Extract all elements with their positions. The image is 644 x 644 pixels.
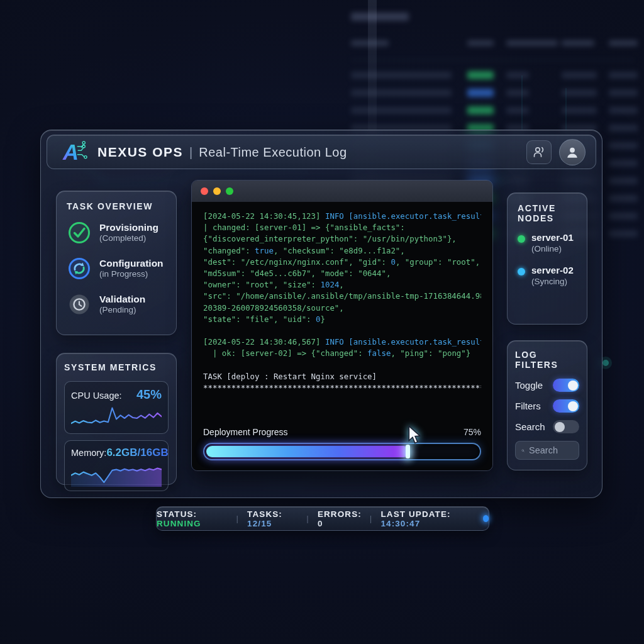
progress-percent: 75% xyxy=(464,427,481,437)
task-status: (Pending) xyxy=(99,305,145,315)
background-table-row xyxy=(340,69,640,80)
app-header: A NEXUS OPS | Real-Time Execution Log xyxy=(47,135,596,169)
log-line: 20389-260078924560358/source", xyxy=(203,303,481,314)
task-overview-title: TASK OVERVIEW xyxy=(67,201,166,211)
window-close-button[interactable] xyxy=(201,187,208,195)
page-subtitle: Real-Time Execution Log xyxy=(199,145,347,160)
svg-text:A: A xyxy=(62,140,79,164)
filter-row: Search xyxy=(515,420,579,433)
log-line: {"discovered_interpreter_python": "/usr/… xyxy=(203,233,481,245)
task-status: (in Progress) xyxy=(99,269,164,279)
system-metrics-title: SYSTEM METRICS xyxy=(64,362,169,372)
toggle-switch[interactable] xyxy=(553,379,579,392)
status-divider: | xyxy=(306,514,309,523)
search-icon xyxy=(521,446,525,455)
progress-label: Deployment Progress xyxy=(203,427,288,437)
background-table-row xyxy=(340,104,640,116)
cpu-value: 45% xyxy=(136,387,162,402)
memory-value: 6.2GB/16GB xyxy=(106,447,168,459)
team-icon xyxy=(531,145,547,160)
filter-row: Toggle xyxy=(515,379,579,392)
task-item: Validation(Pending) xyxy=(67,292,166,317)
terminal-window: [2024-05-22 14:30:45,123] INFO [ansible.… xyxy=(191,180,493,471)
log-line: "owner": "root", "size": 1024, xyxy=(203,279,481,291)
search-field-container xyxy=(515,441,579,460)
node-status-dot xyxy=(518,235,525,243)
task-name: Validation xyxy=(99,294,145,305)
log-line: | ok: [server-02] => {"changed": false, … xyxy=(203,348,481,359)
node-name: server-02 xyxy=(531,265,574,277)
node-name: server-01 xyxy=(531,232,574,244)
cpu-metric: CPU Usage: 45% xyxy=(64,381,169,434)
filter-label: Search xyxy=(515,421,545,432)
cpu-label: CPU Usage: xyxy=(71,391,122,401)
progress-bar-fill xyxy=(206,446,409,457)
main-panel: A NEXUS OPS | Real-Time Execution Log xyxy=(40,130,602,498)
mouse-cursor xyxy=(406,425,423,444)
status-segment: ERRORS: 0 xyxy=(318,509,362,528)
active-nodes-card: ACTIVE NODES server-01(Online)server-02(… xyxy=(507,192,587,325)
background-table-title xyxy=(351,13,409,21)
deployment-progress-section: Deployment Progress 75% xyxy=(203,423,481,460)
clock-icon xyxy=(67,292,92,317)
task-item: Configuration(in Progress) xyxy=(67,256,166,281)
filter-label: Toggle xyxy=(515,380,543,391)
cpu-sparkline-chart xyxy=(71,403,162,430)
page-title: NEXUS OPS | Real-Time Execution Log xyxy=(97,145,347,160)
toggle-knob xyxy=(568,380,578,391)
terminal-titlebar xyxy=(192,180,492,202)
user-avatar-button[interactable] xyxy=(559,139,586,165)
status-segment: TASKS: 12/15 xyxy=(247,509,298,528)
user-icon xyxy=(564,144,580,160)
node-item: server-01(Online) xyxy=(518,232,577,253)
log-line: "state": "file", "uid": 0} xyxy=(203,314,481,325)
team-button[interactable] xyxy=(526,140,552,164)
status-divider: | xyxy=(370,514,373,523)
window-minimize-button[interactable] xyxy=(213,187,221,195)
log-line: [2024-05-22 14:30:45,123] INFO [ansible.… xyxy=(203,211,481,222)
background-table-header xyxy=(340,37,640,48)
task-overview-card: TASK OVERVIEW Provisioning(Completed)Con… xyxy=(56,191,177,335)
log-line: | changed: [server-01] => {"ansible_fact… xyxy=(203,222,481,233)
memory-label: Memory: xyxy=(71,448,106,458)
status-segment: LAST UPDATE: 14:30:47 xyxy=(380,509,472,528)
toggle-switch[interactable] xyxy=(553,420,579,433)
execution-log: [2024-05-22 14:30:45,123] INFO [ansible.… xyxy=(203,211,481,423)
log-line: [2024-05-22 14:30:46,567] INFO [ansible.… xyxy=(203,336,481,348)
search-input[interactable] xyxy=(529,445,573,455)
filter-row: Filters xyxy=(515,399,579,413)
task-name: Provisioning xyxy=(99,222,158,233)
task-name: Configuration xyxy=(99,258,164,269)
system-metrics-card: SYSTEM METRICS CPU Usage: 45% Memory: xyxy=(56,353,177,485)
node-item: server-02(Syncing) xyxy=(518,265,577,286)
toggle-switch[interactable] xyxy=(553,399,579,413)
status-indicator-dot xyxy=(483,515,489,522)
filter-label: Filters xyxy=(515,401,541,411)
log-line xyxy=(203,360,481,371)
window-maximize-button[interactable] xyxy=(226,187,233,195)
log-line: "src": "/home/ansible/.ansible/tmp/ansib… xyxy=(203,291,481,302)
node-status: (Online) xyxy=(531,244,574,253)
node-status: (Syncing) xyxy=(531,277,574,286)
terminal-body: [2024-05-22 14:30:45,123] INFO [ansible.… xyxy=(192,202,492,470)
log-line xyxy=(203,325,481,336)
log-filters-card: LOG FILTERS ToggleFiltersSearch xyxy=(507,340,587,470)
memory-sparkline-chart xyxy=(71,460,162,487)
active-nodes-title: ACTIVE NODES xyxy=(518,203,577,223)
memory-metric: Memory: 6.2GB/16GB xyxy=(64,440,169,491)
log-filters-title: LOG FILTERS xyxy=(515,350,579,370)
background-table-row xyxy=(340,87,640,98)
toggle-knob xyxy=(568,401,578,411)
toggle-knob xyxy=(555,422,565,432)
brand-name: NEXUS OPS xyxy=(97,145,183,160)
task-status: (Completed) xyxy=(99,233,158,243)
status-bar: STATUS: RUNNING|TASKS: 12/15|ERRORS: 0|L… xyxy=(156,506,489,531)
title-divider: | xyxy=(189,145,192,160)
log-line: "changed": true, "checksum": "e8d9...f1a… xyxy=(203,245,481,257)
check-circle-icon xyxy=(67,220,92,245)
nexus-logo-icon: A xyxy=(62,139,89,165)
progress-bar xyxy=(203,443,481,460)
log-line: "dest": "/etc/nginx/nginx.conf", "gid": … xyxy=(203,257,481,268)
log-line: "md5sum": "d4e5...c6b7", "mode": "0644", xyxy=(203,268,481,279)
node-status-dot xyxy=(518,268,525,275)
